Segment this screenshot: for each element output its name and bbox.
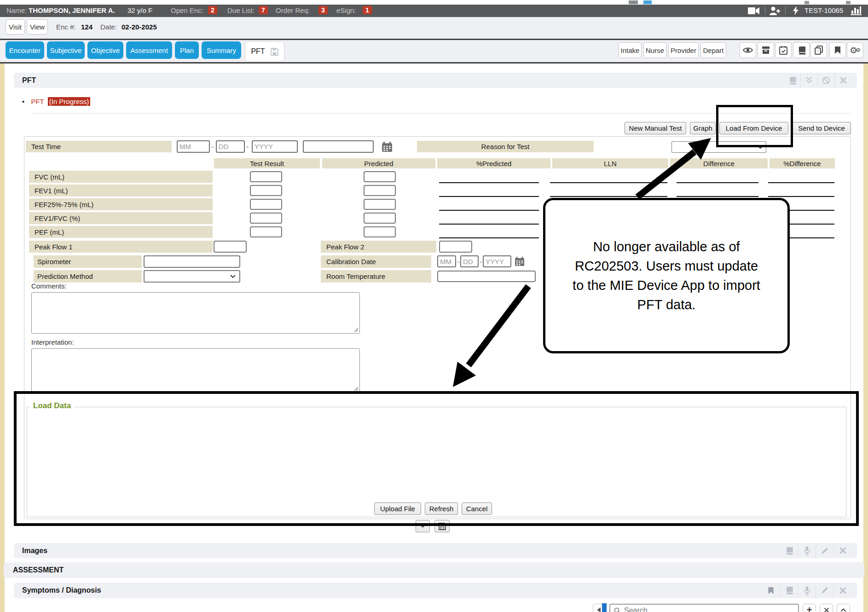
clear-button[interactable] — [820, 604, 833, 612]
room-temperature-input[interactable] — [437, 271, 536, 282]
fev1fvc-predicted-input[interactable] — [364, 213, 396, 224]
bookmark-icon[interactable] — [762, 583, 780, 598]
block-icon[interactable] — [817, 73, 834, 88]
open-enc-label: Open Enc: — [171, 6, 203, 14]
calibration-day-input[interactable] — [460, 255, 479, 267]
calibration-year-input[interactable] — [483, 255, 511, 267]
settings-button[interactable]: ⚙⚙ — [847, 42, 863, 58]
add-user-icon[interactable] — [770, 6, 781, 15]
edit-pencil-icon[interactable] — [816, 583, 833, 598]
preview-eye-button[interactable] — [740, 42, 756, 58]
graph-button[interactable]: Graph — [690, 122, 716, 134]
images-section-title: Images — [14, 547, 47, 555]
view-tab[interactable]: View — [27, 19, 48, 35]
fev1-test-result-input[interactable] — [250, 185, 282, 196]
depart-button[interactable]: Depart — [700, 42, 726, 58]
calendar-picker-icon[interactable] — [382, 141, 393, 152]
edit-pencil-icon[interactable] — [816, 543, 833, 558]
close-icon[interactable] — [834, 73, 851, 88]
collapse-double-chevron-icon[interactable] — [800, 73, 817, 88]
tab-assessment[interactable]: Assessment — [126, 41, 172, 59]
book-icon — [797, 46, 806, 55]
visit-tab[interactable]: Visit — [6, 19, 25, 35]
lightning-bolt-icon[interactable] — [793, 6, 799, 15]
peak-flow-2-input[interactable] — [439, 241, 472, 253]
tab-summary[interactable]: Summary — [202, 41, 241, 59]
comments-textarea[interactable] — [31, 292, 360, 334]
open-enc-count[interactable]: 2 — [208, 6, 217, 14]
interpretation-textarea[interactable] — [31, 348, 360, 393]
spirometer-label: Spirometer — [34, 255, 142, 268]
button-label: Nurse — [646, 46, 664, 54]
calendar-picker-icon[interactable] — [515, 256, 525, 266]
fvc-pct-predicted-line — [439, 182, 539, 183]
prediction-method-select[interactable] — [144, 270, 240, 283]
room-temperature-label: Room Temperature — [321, 270, 431, 283]
bar-chart-icon[interactable] — [851, 6, 862, 15]
tab-plan[interactable]: Plan — [175, 41, 199, 59]
fvc-predicted-input[interactable] — [364, 171, 396, 182]
peak-flow-2-label: Peak Flow 2 — [321, 241, 436, 253]
col-header-pct-difference: %Difference — [770, 158, 835, 168]
intake-button[interactable]: Intake — [619, 42, 642, 58]
archive-box-icon — [762, 46, 770, 54]
copy-chart-button[interactable] — [810, 42, 827, 58]
collapse-up-button[interactable] — [837, 604, 850, 612]
microphone-icon[interactable] — [798, 543, 816, 558]
resize-grip-icon[interactable] — [354, 387, 359, 391]
add-diagnosis-button[interactable]: + — [803, 604, 816, 612]
provider-button[interactable]: Provider — [668, 42, 699, 58]
esign-label: eSign: — [336, 6, 356, 14]
fev1-predicted-input[interactable] — [364, 185, 396, 196]
test-month-input[interactable] — [177, 140, 210, 153]
bookmark-button[interactable] — [829, 42, 846, 58]
row-label-fvc: FVC (mL) — [29, 171, 213, 183]
calendar-button[interactable] — [775, 42, 792, 58]
button-label: Provider — [671, 46, 696, 54]
microphone-icon[interactable] — [798, 583, 816, 598]
fev1fvc-test-result-input[interactable] — [250, 213, 282, 224]
test-day-input[interactable] — [216, 140, 245, 153]
pef-predicted-input[interactable] — [364, 226, 396, 237]
calibration-month-input[interactable] — [437, 255, 456, 267]
tab-encounter[interactable]: Encounter — [6, 41, 44, 59]
test-time-input[interactable] — [303, 140, 374, 153]
pft-report-link[interactable]: PFT — [31, 98, 44, 105]
due-list-count[interactable]: 7 — [259, 6, 268, 14]
print-book-icon[interactable] — [780, 543, 798, 558]
date-separator: - — [211, 143, 214, 151]
fef-test-result-input[interactable] — [250, 199, 282, 210]
fef-pct-predicted-line — [439, 210, 539, 211]
new-manual-test-button[interactable]: New Manual Test — [625, 122, 686, 134]
symptom-search-box[interactable] — [609, 604, 799, 612]
tab-label: PFT — [251, 47, 265, 56]
tab-objective[interactable]: Objective — [87, 41, 123, 59]
close-icon[interactable] — [833, 543, 851, 558]
right-margin-strip — [863, 64, 868, 612]
search-icon — [614, 607, 621, 612]
date-value: 02-20-2025 — [122, 23, 157, 31]
esign-count[interactable]: 1 — [363, 6, 372, 14]
send-to-device-button[interactable]: Send to Device — [792, 122, 851, 134]
tab-pft-active[interactable]: PFT — [245, 41, 284, 62]
close-icon[interactable] — [833, 583, 851, 598]
nurse-button[interactable]: Nurse — [643, 42, 666, 58]
chart-book-button[interactable] — [793, 42, 810, 58]
print-book-icon[interactable] — [784, 73, 800, 88]
archive-button[interactable] — [758, 42, 774, 58]
video-camera-icon[interactable] — [748, 7, 760, 15]
symptom-search-input[interactable] — [623, 605, 795, 612]
fvc-test-result-input[interactable] — [250, 171, 282, 182]
callout-line: No longer available as of — [593, 237, 740, 256]
spirometer-input[interactable] — [144, 255, 240, 268]
date-separator: - — [246, 143, 249, 151]
order-req-count[interactable]: 3 — [318, 6, 328, 14]
pef-test-result-input[interactable] — [250, 226, 282, 237]
resize-grip-icon[interactable] — [354, 328, 359, 332]
fef-predicted-input[interactable] — [364, 199, 396, 210]
peak-flow-1-input[interactable] — [214, 241, 247, 253]
test-year-input[interactable] — [252, 140, 298, 153]
fev1-pct-predicted-line — [439, 196, 539, 197]
tab-subjective[interactable]: Subjective — [47, 41, 85, 59]
print-book-icon[interactable] — [780, 583, 798, 598]
